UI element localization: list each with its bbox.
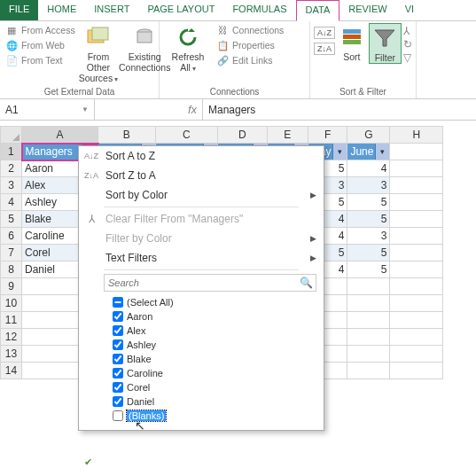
filter-check-item-blanks[interactable]: (Blanks) bbox=[113, 409, 316, 423]
tab-data[interactable]: DATA bbox=[296, 0, 340, 21]
col-header[interactable]: B bbox=[98, 127, 156, 144]
formula-input[interactable]: Managers bbox=[203, 99, 476, 120]
filter-check-item[interactable]: Blake bbox=[113, 352, 316, 366]
advanced-icon[interactable]: ▽ bbox=[403, 51, 412, 64]
filter-dropdown-button[interactable] bbox=[375, 144, 389, 160]
cell[interactable] bbox=[347, 329, 390, 346]
col-header[interactable]: D bbox=[217, 127, 267, 144]
refresh-all-button[interactable]: Refresh All bbox=[163, 23, 213, 73]
cell[interactable]: 4 bbox=[347, 160, 390, 177]
cell[interactable] bbox=[347, 363, 390, 379]
col-header[interactable]: C bbox=[155, 127, 217, 144]
filter-check-item[interactable]: Daniel bbox=[113, 394, 316, 409]
cell[interactable] bbox=[390, 329, 443, 346]
cell[interactable] bbox=[390, 346, 443, 363]
row-header[interactable]: 7 bbox=[1, 245, 22, 261]
reapply-icon[interactable]: ↻ bbox=[403, 38, 412, 51]
from-access-button[interactable]: ▦From Access bbox=[4, 23, 77, 37]
col-header[interactable]: F bbox=[308, 127, 347, 144]
cell[interactable] bbox=[390, 295, 443, 312]
row-header[interactable]: 14 bbox=[1, 363, 22, 379]
col-header[interactable]: H bbox=[390, 127, 443, 144]
row-header[interactable]: 4 bbox=[1, 194, 22, 211]
sort-za-item[interactable]: Z↓ASort Z to A bbox=[79, 166, 324, 185]
cell[interactable] bbox=[390, 363, 443, 379]
filter-check-item[interactable]: Alex bbox=[113, 324, 316, 338]
cell[interactable] bbox=[347, 278, 390, 295]
cell[interactable]: 3 bbox=[347, 177, 390, 194]
col-header[interactable]: E bbox=[267, 127, 308, 144]
sort-by-color-item[interactable]: Sort by Color▶ bbox=[79, 185, 324, 205]
refresh-icon bbox=[174, 25, 202, 50]
row-header[interactable]: 12 bbox=[1, 329, 22, 346]
from-text-button[interactable]: 📄From Text bbox=[4, 53, 77, 67]
cell[interactable] bbox=[390, 312, 443, 329]
row-header[interactable]: 3 bbox=[1, 177, 22, 194]
tab-view[interactable]: VI bbox=[396, 0, 423, 20]
filter-check-item[interactable]: (Select All) bbox=[113, 295, 316, 309]
row-header[interactable]: 1 bbox=[1, 144, 22, 160]
sort-az-item[interactable]: A↓ZSort A to Z bbox=[79, 146, 324, 166]
worksheet-grid[interactable]: ABCDEFGH1ManagersJanuaryFebruaryMarchApr… bbox=[0, 126, 476, 379]
filter-check-item[interactable]: Aaron bbox=[113, 309, 316, 324]
tab-home[interactable]: HOME bbox=[38, 0, 85, 20]
filter-icon bbox=[371, 26, 399, 51]
select-all-cell[interactable] bbox=[1, 127, 22, 144]
table-header-cell[interactable]: June bbox=[347, 144, 390, 160]
cell[interactable]: 5 bbox=[347, 211, 390, 228]
tab-formulas[interactable]: FORMULAS bbox=[223, 0, 295, 20]
filter-check-item[interactable]: Caroline bbox=[113, 366, 316, 380]
from-web-button[interactable]: 🌐From Web bbox=[4, 38, 77, 52]
filter-search-input[interactable] bbox=[104, 274, 316, 292]
col-header[interactable]: G bbox=[347, 127, 390, 144]
ok-gutter-icon[interactable]: ✔ bbox=[84, 456, 92, 468]
edit-links-button[interactable]: 🔗Edit Links bbox=[215, 53, 285, 67]
filter-check-item[interactable]: Corel bbox=[113, 380, 316, 394]
cell[interactable] bbox=[347, 346, 390, 363]
filter-dropdown-button[interactable] bbox=[332, 144, 347, 160]
sort-za-icon[interactable]: Z↓A bbox=[314, 43, 335, 55]
name-box[interactable]: A1▼ bbox=[0, 99, 95, 120]
cell[interactable] bbox=[347, 295, 390, 312]
tab-pagelayout[interactable]: PAGE LAYOUT bbox=[138, 0, 223, 20]
row-header[interactable]: 5 bbox=[1, 211, 22, 228]
filter-check-item[interactable]: Ashley bbox=[113, 338, 316, 352]
connections-button[interactable]: ⛓Connections bbox=[215, 23, 285, 37]
from-other-sources-button[interactable]: From Other Sources bbox=[79, 23, 119, 83]
properties-button[interactable]: 📋Properties bbox=[215, 38, 285, 52]
cell[interactable]: 3 bbox=[347, 228, 390, 245]
cell[interactable] bbox=[347, 312, 390, 329]
row-header[interactable]: 13 bbox=[1, 346, 22, 363]
filter-button[interactable]: Filter bbox=[369, 23, 402, 64]
row-header[interactable]: 11 bbox=[1, 312, 22, 329]
cell[interactable]: 5 bbox=[347, 261, 390, 278]
tab-file[interactable]: FILE bbox=[0, 0, 38, 20]
clear-filter-icon[interactable]: ⅄ bbox=[403, 25, 412, 37]
svg-rect-4 bbox=[343, 29, 361, 34]
tab-insert[interactable]: INSERT bbox=[85, 0, 138, 20]
clear-filter-icon: ⅄ bbox=[82, 213, 100, 225]
sort-az-icon[interactable]: A↓Z bbox=[314, 27, 335, 39]
filter-dropdown: A↓ZSort A to Z Z↓ASort Z to A Sort by Co… bbox=[78, 145, 324, 431]
sort-za-icon: Z↓A bbox=[82, 171, 100, 180]
tab-review[interactable]: REVIEW bbox=[339, 0, 395, 20]
row-header[interactable]: 9 bbox=[1, 278, 22, 295]
sort-button[interactable]: Sort bbox=[337, 23, 367, 62]
filter-checklist[interactable]: (Select All)AaronAlexAshleyBlakeCaroline… bbox=[113, 295, 316, 423]
properties-icon: 📋 bbox=[216, 39, 229, 51]
text-icon: 📄 bbox=[5, 54, 18, 66]
row-header[interactable]: 2 bbox=[1, 160, 22, 177]
chevron-down-icon[interactable]: ▼ bbox=[82, 105, 89, 113]
svg-rect-3 bbox=[137, 32, 152, 43]
cell[interactable]: 5 bbox=[347, 245, 390, 261]
cell[interactable] bbox=[390, 278, 443, 295]
row-header[interactable]: 10 bbox=[1, 295, 22, 312]
svg-rect-6 bbox=[343, 40, 361, 44]
row-header[interactable]: 6 bbox=[1, 228, 22, 245]
col-header[interactable]: A bbox=[22, 127, 98, 144]
cell[interactable]: 5 bbox=[347, 194, 390, 211]
text-filters-item[interactable]: Text Filters▶ bbox=[79, 248, 324, 268]
group-label-connections: Connections bbox=[163, 86, 306, 98]
editlinks-icon: 🔗 bbox=[216, 54, 229, 66]
row-header[interactable]: 8 bbox=[1, 261, 22, 278]
